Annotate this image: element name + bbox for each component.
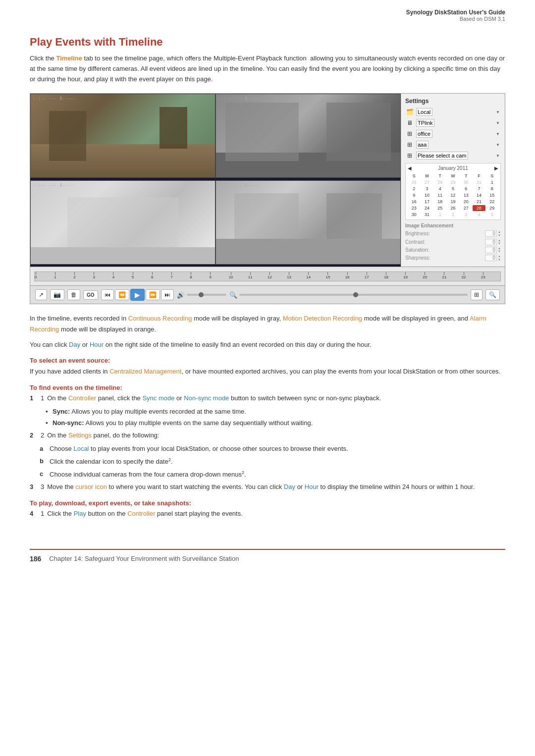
calendar-next-btn[interactable]: ▶ [494, 165, 498, 171]
calendar-prev-btn[interactable]: ◀ [408, 165, 412, 171]
office-select-wrapper[interactable]: office [416, 130, 501, 138]
cal-day[interactable]: 11 [434, 192, 446, 198]
ie-contrast-spinner[interactable]: ▲▼ [498, 239, 501, 245]
cam-select[interactable]: Please select a cam [416, 152, 468, 160]
timeline-tick-15[interactable]: 15 [326, 272, 330, 279]
timeline-tick-23[interactable]: 23 [481, 272, 485, 279]
cal-day[interactable]: 31 [473, 179, 485, 185]
cal-day[interactable]: 7 [473, 186, 485, 192]
timeline-tick-2[interactable]: 2 [73, 272, 75, 279]
search-btn[interactable]: 🔍 [485, 289, 500, 300]
cal-day[interactable]: 2 [447, 212, 459, 217]
timeline-tick-14[interactable]: 14 [306, 272, 311, 279]
settings-row-aaa: ⊞ aaa [405, 140, 501, 149]
cal-day[interactable]: 23 [408, 205, 420, 211]
cal-day[interactable]: 20 [460, 199, 472, 205]
cal-day[interactable]: 14 [473, 192, 485, 198]
cal-day[interactable]: 25 [434, 205, 446, 211]
cal-day[interactable]: 2 [408, 186, 420, 192]
tplink-select[interactable]: TPlink [416, 119, 434, 127]
export-btn[interactable]: ↗ [35, 289, 47, 300]
centralized-mgmt-highlight: Centralized Management [109, 368, 181, 375]
skip-to-start-btn[interactable]: ⏮ [101, 289, 114, 300]
cal-day[interactable]: 12 [447, 192, 459, 198]
cal-day[interactable]: 10 [421, 192, 433, 198]
delete-btn[interactable]: 🗑 [67, 289, 80, 300]
ie-brightness-spinner[interactable]: ▲▼ [498, 230, 501, 237]
cal-day[interactable]: 27 [421, 179, 433, 185]
cal-day[interactable]: 16 [408, 199, 420, 205]
timeline-ruler[interactable]: 01234567891011121314151617181920212223 [34, 271, 501, 281]
cal-day[interactable]: 13 [460, 192, 472, 198]
ie-sharpness-spinner[interactable]: ▲▼ [498, 255, 501, 261]
cal-day[interactable]: 29 [486, 205, 498, 211]
timeline-tick-6[interactable]: 6 [151, 272, 153, 279]
cal-day[interactable]: 17 [421, 199, 433, 205]
cal-day[interactable]: 5 [447, 186, 459, 192]
timeline-tick-22[interactable]: 22 [462, 272, 466, 279]
timeline-tick-20[interactable]: 20 [423, 272, 427, 279]
cam-select-wrapper[interactable]: Please select a cam [416, 152, 501, 160]
hour-link[interactable]: Hour [90, 341, 104, 348]
zoom-slider[interactable] [239, 294, 468, 296]
cal-day[interactable]: 3 [460, 212, 472, 217]
cal-day[interactable]: 26 [447, 205, 459, 211]
timeline-tick-9[interactable]: 9 [210, 272, 212, 279]
cal-day[interactable]: 21 [473, 199, 485, 205]
timeline-tick-1[interactable]: 1 [54, 272, 56, 279]
timeline-tick-16[interactable]: 16 [345, 272, 350, 279]
cal-day-today[interactable]: 28 [473, 205, 485, 211]
cal-day[interactable]: 28 [434, 179, 446, 185]
timeline-tick-4[interactable]: 4 [112, 272, 114, 279]
timeline-tick-5[interactable]: 5 [132, 272, 134, 279]
aaa-select-wrapper[interactable]: aaa [416, 141, 501, 149]
play-btn[interactable]: ▶ [130, 289, 145, 301]
timeline-tick-11[interactable]: 11 [248, 272, 253, 279]
cal-day[interactable]: 5 [486, 212, 498, 217]
local-select-wrapper[interactable]: Local [416, 108, 501, 116]
cal-day[interactable]: 4 [473, 212, 485, 217]
tplink-select-wrapper[interactable]: TPlink [416, 119, 501, 127]
timeline-tick-10[interactable]: 10 [229, 272, 233, 279]
volume-slider[interactable] [187, 294, 226, 296]
aaa-select[interactable]: aaa [416, 141, 428, 149]
cal-day[interactable]: 22 [486, 199, 498, 205]
cal-day[interactable]: 15 [486, 192, 498, 198]
office-select[interactable]: office [416, 130, 432, 138]
day-link[interactable]: Day [69, 341, 80, 348]
timeline-tick-19[interactable]: 19 [403, 272, 408, 279]
timeline-tick-0[interactable]: 0 [35, 272, 37, 279]
grid-btn[interactable]: ⊞ [471, 289, 482, 300]
cal-day[interactable]: 18 [434, 199, 446, 205]
cal-day[interactable]: 31 [421, 212, 433, 217]
timeline-tick-13[interactable]: 13 [287, 272, 291, 279]
rewind-btn[interactable]: ⏪ [115, 289, 129, 300]
local-select[interactable]: Local [416, 108, 432, 116]
cal-day[interactable]: 30 [460, 179, 472, 185]
cal-day[interactable]: 3 [421, 186, 433, 192]
cal-day[interactable]: 4 [434, 186, 446, 192]
cal-day[interactable]: 8 [486, 186, 498, 192]
cal-day[interactable]: 1 [434, 212, 446, 217]
timeline-tick-21[interactable]: 21 [442, 272, 447, 279]
timeline-tick-17[interactable]: 17 [365, 272, 369, 279]
timeline-tick-7[interactable]: 7 [170, 272, 172, 279]
camera-btn[interactable]: 📷 [50, 289, 64, 300]
timeline-tick-3[interactable]: 3 [93, 272, 95, 279]
cal-day[interactable]: 1 [486, 179, 498, 185]
skip-to-end-btn[interactable]: ⏭ [161, 289, 174, 300]
ie-saturation-spinner[interactable]: ▲▼ [498, 247, 501, 253]
cal-day[interactable]: 24 [421, 205, 433, 211]
timeline-tick-18[interactable]: 18 [384, 272, 388, 279]
cal-day[interactable]: 26 [408, 179, 420, 185]
timeline-tick-8[interactable]: 8 [190, 272, 192, 279]
cal-day[interactable]: 29 [447, 179, 459, 185]
cal-day[interactable]: 30 [408, 212, 420, 217]
cal-day[interactable]: 6 [460, 186, 472, 192]
goto-btn[interactable]: GO [83, 290, 98, 300]
timeline-tick-12[interactable]: 12 [268, 272, 272, 279]
cal-day[interactable]: 27 [460, 205, 472, 211]
cal-day[interactable]: 9 [408, 192, 420, 198]
cal-day[interactable]: 19 [447, 199, 459, 205]
fast-forward-btn[interactable]: ⏩ [146, 289, 160, 300]
